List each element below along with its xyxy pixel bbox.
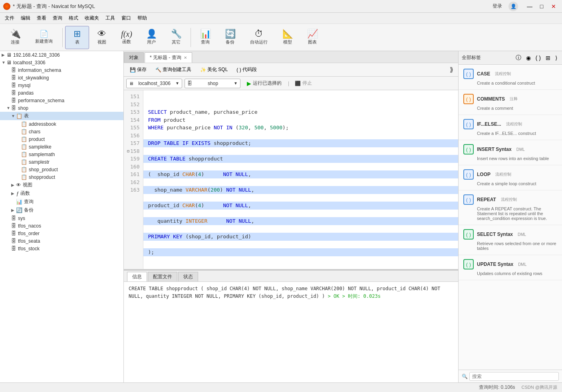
bottom-tab-info[interactable]: 信息 <box>127 272 147 281</box>
table-samplemath[interactable]: ▶ 📋 samplemath <box>0 150 123 158</box>
db-shop[interactable]: ▼ 🗄 shop <box>0 104 123 112</box>
db-tfos-stock[interactable]: ▶ 🗄 tfos_stock <box>0 245 123 252</box>
update-title: UPDATE Syntax <box>477 261 513 267</box>
table-shopproduct[interactable]: ▶ 📋 shopproduct <box>0 173 123 181</box>
db-information[interactable]: ▶ 🗄 information_schema <box>0 66 123 74</box>
table-addressbook[interactable]: ▶ 📋 addressbook <box>0 120 123 128</box>
table-product[interactable]: ▶ 📋 product <box>0 135 123 143</box>
toolbar-view[interactable]: 👁 视图 <box>90 26 114 49</box>
toolbar-sep-2 <box>191 28 191 47</box>
toolbar-function[interactable]: f(x) 函数 <box>115 26 139 49</box>
expand-panel-btn[interactable]: ⟩ <box>554 54 559 62</box>
maximize-button[interactable]: □ <box>536 1 547 12</box>
query-time: 查询时间: 0.106s <box>479 384 515 391</box>
toolbar-autorun[interactable]: ⏱ 自动运行 <box>243 26 275 49</box>
menu-window[interactable]: 窗口 <box>118 14 134 23</box>
info-icon-btn[interactable]: ⓘ <box>514 53 523 62</box>
menu-query[interactable]: 查询 <box>50 14 66 23</box>
panel-toggle[interactable]: ⟫ <box>447 65 456 74</box>
snippet-ifelse[interactable]: ( ) IF...ELSE... 流程控制 Create a IF...ELSE… <box>459 115 562 140</box>
toolbar-table[interactable]: ⊞ 表 <box>65 26 89 49</box>
snippet-insert[interactable]: ( ) INSERT Syntax DML Insert new rows in… <box>459 140 562 165</box>
toolbar-model[interactable]: 📐 模型 <box>276 26 300 49</box>
close-button[interactable]: ✕ <box>548 1 559 12</box>
tables-node[interactable]: ▼ 📋 表 <box>0 112 123 120</box>
toolbar-query[interactable]: 📊 查询 <box>193 26 217 49</box>
toolbar-user[interactable]: 👤 用户 <box>139 26 163 49</box>
code-snippet-button[interactable]: ( ) 代码段 <box>233 65 260 75</box>
tab-objects[interactable]: 对象 <box>124 52 144 63</box>
database-selector[interactable]: 🗄 shop ▼ <box>185 79 240 88</box>
title-bar: * 无标题 - 查询 - Navicat for MySQL 登录 👤 — □ … <box>0 0 562 13</box>
stop-button[interactable]: ⬛ 停止 <box>292 79 315 88</box>
window-controls[interactable]: — □ ✕ <box>524 1 559 12</box>
toolbar-chart[interactable]: 📈 图表 <box>300 26 324 49</box>
backups-node[interactable]: ▶ 🔄 备份 <box>0 206 123 214</box>
snippet-comments[interactable]: ( ) COMMENTS 注释 Create a comment <box>459 90 562 115</box>
table-samplestr[interactable]: ▶ 📋 samplestr <box>0 158 123 166</box>
menu-edit[interactable]: 编辑 <box>18 14 34 23</box>
bottom-tab-profile[interactable]: 配置文件 <box>148 272 177 281</box>
toolbar-new-query[interactable]: 📄 新建查询 <box>28 26 60 49</box>
db-sys[interactable]: ▶ 🗄 sys <box>0 214 123 222</box>
login-button[interactable]: 登录 <box>492 3 502 10</box>
toolbar-connect[interactable]: 🔌 连接 <box>3 26 27 49</box>
table-label-smath: samplemath <box>29 152 55 157</box>
conn-name: localhost_3306 <box>138 81 171 86</box>
menu-view[interactable]: 查看 <box>34 14 50 23</box>
table-label-slike: samplelike <box>29 144 52 150</box>
menu-format[interactable]: 格式 <box>66 14 81 23</box>
menu-file[interactable]: 文件 <box>2 14 18 23</box>
db-icon-stock: 🗄 <box>11 245 16 251</box>
functions-node[interactable]: ▶ ƒ 函数 <box>0 189 123 198</box>
connection-item[interactable]: ▶ 🖥 192.168.42.128_3306 <box>0 51 123 59</box>
table-samplelike[interactable]: ▶ 📋 samplelike <box>0 143 123 150</box>
brackets-icon-btn[interactable]: ( ) <box>534 54 542 62</box>
views-node[interactable]: ▶ 👁 视图 <box>0 181 123 189</box>
db-tfos-nacos[interactable]: ▶ 🗄 tfos_nacos <box>0 222 123 230</box>
bottom-tab-status[interactable]: 状态 <box>178 272 198 281</box>
tab-query[interactable]: * 无标题 - 查询 ✕ <box>145 52 192 63</box>
grid-icon-btn[interactable]: ⊞ <box>544 54 552 62</box>
bottom-tab-bar: 信息 配置文件 状态 <box>124 271 458 282</box>
snippet-update[interactable]: ( ) UPDATE Syntax DML Updates columns of… <box>459 255 562 280</box>
query-label: 查询 <box>201 39 210 45</box>
connection-selector[interactable]: 🖥 localhost_3306 ▼ <box>126 79 182 88</box>
beautify-button[interactable]: ✨ 美化 SQL <box>197 65 231 75</box>
repeat-desc: Create A REPEAT construct. The Statement… <box>463 206 557 221</box>
table-label-product: product <box>29 137 45 142</box>
run-selected-button[interactable]: ▶ 运行已选择的 <box>243 79 286 88</box>
connection-item-local[interactable]: ▼ 🖥 localhost_3306 <box>0 59 123 66</box>
new-query-icon: 📄 <box>40 30 48 38</box>
toolbar-other[interactable]: 🔧 其它 <box>164 26 188 49</box>
db-performance[interactable]: ▶ 🗄 performance_schema <box>0 97 123 104</box>
conn-bar: 🖥 localhost_3306 ▼ 🗄 shop ▼ ▶ 运行已选择的 | ⬛… <box>124 77 458 90</box>
menu-favorites[interactable]: 收藏夹 <box>81 14 102 23</box>
db-tfos-order[interactable]: ▶ 🗄 tfos_order <box>0 230 123 237</box>
code-editor[interactable]: 151 152 153 154 155 156 157 ⊟158 159 160 <box>124 90 458 269</box>
db-pandas[interactable]: ▶ 🗄 pandas <box>0 89 123 97</box>
right-search-bar: 🔍 <box>459 370 562 382</box>
editor-scroll-area[interactable]: 151 152 153 154 155 156 157 ⊟158 159 160 <box>124 90 458 269</box>
minimize-button[interactable]: — <box>524 1 535 12</box>
search-input[interactable] <box>469 372 559 381</box>
menu-help[interactable]: 帮助 <box>134 14 150 23</box>
snippet-repeat[interactable]: ( ) REPEAT 流程控制 Create A REPEAT construc… <box>459 190 562 225</box>
queries-node[interactable]: ▶ 📊 查询 <box>0 198 123 206</box>
queries-icon: 📊 <box>16 199 22 205</box>
query-builder-button[interactable]: 🔨 查询创建工具 <box>152 65 195 75</box>
menu-tools[interactable]: 工具 <box>102 14 118 23</box>
code-content[interactable]: SELECT product_name, purchase_price FROM… <box>143 90 458 269</box>
table-chars[interactable]: ▶ 📋 chars <box>0 128 123 135</box>
table-shop-product[interactable]: ▶ 📋 shop_product <box>0 166 123 173</box>
save-button[interactable]: 💾 保存 <box>126 65 150 75</box>
snippet-loop[interactable]: ( ) LOOP 流程控制 Create a simple loop const… <box>459 165 562 190</box>
snippet-select[interactable]: ( ) SELECT Syntax DML Retrieve rows sele… <box>459 225 562 255</box>
db-iot[interactable]: ▶ 🗄 iot_skywalking <box>0 74 123 81</box>
eye-icon-btn[interactable]: ◉ <box>524 54 532 62</box>
db-tfos-seata[interactable]: ▶ 🗄 tfos_seata <box>0 237 123 245</box>
db-mysql[interactable]: ▶ 🗄 mysql <box>0 81 123 89</box>
toolbar-backup[interactable]: 🔄 备份 <box>218 26 242 49</box>
snippet-case[interactable]: ( ) CASE 流程控制 Create a conditional const… <box>459 65 562 90</box>
tab-close-icon[interactable]: ✕ <box>184 55 187 60</box>
